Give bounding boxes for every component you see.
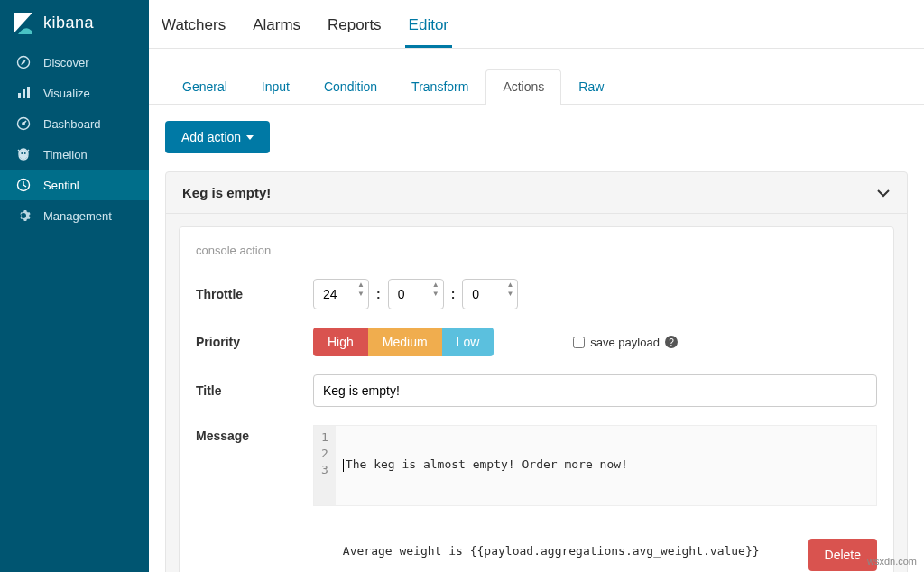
sidebar-nav: Discover Visualize Dashboard Timelion Se… bbox=[0, 47, 149, 231]
editor-code[interactable]: The keg is almost empty! Order more now!… bbox=[336, 426, 876, 505]
svg-point-5 bbox=[23, 123, 24, 125]
time-separator: : bbox=[451, 287, 456, 301]
sidebar-item-sentinl[interactable]: Sentinl bbox=[0, 170, 149, 200]
subtab-input[interactable]: Input bbox=[245, 69, 307, 105]
message-line: The keg is almost empty! Order more now! bbox=[343, 457, 869, 473]
svg-point-6 bbox=[19, 150, 28, 160]
stepper-icons[interactable]: ▲▼ bbox=[431, 281, 440, 298]
chart-icon bbox=[16, 86, 31, 100]
compass-icon bbox=[16, 55, 31, 69]
throttle-label: Throttle bbox=[196, 287, 313, 301]
subtab-condition[interactable]: Condition bbox=[307, 69, 394, 105]
sidebar-item-label: Dashboard bbox=[43, 117, 101, 131]
sidebar: kibana Discover Visualize Dashboard Time… bbox=[0, 0, 149, 572]
editor-subnav: General Input Condition Transform Action… bbox=[165, 69, 908, 104]
title-input[interactable] bbox=[313, 374, 877, 407]
add-action-button[interactable]: Add action bbox=[165, 121, 270, 153]
svg-rect-1 bbox=[18, 93, 21, 98]
action-panel-header[interactable]: Keg is empty! bbox=[166, 172, 907, 214]
editor-gutter: 123 bbox=[314, 426, 336, 505]
save-payload-label: save payload bbox=[590, 336, 660, 349]
priority-medium[interactable]: Medium bbox=[368, 328, 442, 356]
tab-editor[interactable]: Editor bbox=[405, 0, 452, 48]
sidebar-item-dashboard[interactable]: Dashboard bbox=[0, 108, 149, 139]
sidebar-item-label: Management bbox=[43, 209, 112, 223]
subtab-actions[interactable]: Actions bbox=[485, 69, 561, 105]
save-payload-option[interactable]: save payload ? bbox=[573, 336, 678, 349]
action-panel: Keg is empty! console action Throttle bbox=[165, 171, 908, 572]
message-line: Average weight is {{payload.aggregations… bbox=[343, 543, 869, 559]
add-action-label: Add action bbox=[181, 130, 241, 144]
gear-icon bbox=[16, 208, 31, 223]
priority-label: Priority bbox=[196, 335, 313, 349]
stepper-icons[interactable]: ▲▼ bbox=[505, 281, 514, 298]
sidebar-item-label: Discover bbox=[43, 56, 89, 69]
message-editor[interactable]: 123 The keg is almost empty! Order more … bbox=[313, 425, 877, 506]
help-icon[interactable]: ? bbox=[665, 336, 678, 348]
caret-down-icon bbox=[246, 135, 254, 140]
tab-watchers[interactable]: Watchers bbox=[158, 0, 229, 48]
brand: kibana bbox=[0, 0, 149, 47]
message-line bbox=[343, 500, 869, 516]
sidebar-item-visualize[interactable]: Visualize bbox=[0, 78, 149, 108]
top-nav: Watchers Alarms Reports Editor bbox=[149, 0, 924, 49]
time-separator: : bbox=[376, 287, 381, 301]
message-label: Message bbox=[196, 425, 313, 443]
sidebar-item-timelion[interactable]: Timelion bbox=[0, 139, 149, 170]
watermark: wsxdn.com bbox=[867, 556, 917, 567]
sidebar-item-management[interactable]: Management bbox=[0, 200, 149, 231]
svg-rect-3 bbox=[27, 87, 30, 98]
subtab-transform[interactable]: Transform bbox=[394, 69, 485, 105]
action-type-label: console action bbox=[196, 244, 877, 257]
priority-high[interactable]: High bbox=[313, 328, 368, 356]
stepper-icons[interactable]: ▲▼ bbox=[356, 281, 365, 298]
svg-point-8 bbox=[24, 152, 26, 154]
chevron-down-icon bbox=[876, 185, 891, 200]
svg-rect-2 bbox=[23, 89, 25, 98]
gauge-icon bbox=[16, 116, 31, 131]
clock-icon bbox=[16, 178, 31, 192]
save-payload-checkbox[interactable] bbox=[573, 337, 585, 348]
priority-segmented: High Medium Low bbox=[313, 328, 494, 356]
tab-reports[interactable]: Reports bbox=[324, 0, 385, 48]
subtab-raw[interactable]: Raw bbox=[561, 69, 621, 105]
brand-name: kibana bbox=[43, 14, 94, 32]
sidebar-item-label: Visualize bbox=[43, 87, 90, 100]
action-subpanel: console action Throttle ▲▼ : bbox=[179, 226, 894, 572]
main: Watchers Alarms Reports Editor General I… bbox=[149, 0, 924, 572]
priority-low[interactable]: Low bbox=[442, 328, 494, 356]
kibana-logo-icon bbox=[13, 11, 34, 34]
sidebar-item-discover[interactable]: Discover bbox=[0, 47, 149, 78]
sidebar-item-label: Timelion bbox=[43, 148, 88, 161]
timelion-icon bbox=[16, 147, 31, 161]
svg-point-7 bbox=[21, 152, 23, 154]
action-panel-title: Keg is empty! bbox=[182, 185, 271, 200]
title-label: Title bbox=[196, 383, 313, 398]
sidebar-item-label: Sentinl bbox=[43, 179, 79, 192]
tab-alarms[interactable]: Alarms bbox=[249, 0, 304, 48]
subtab-general[interactable]: General bbox=[165, 69, 245, 105]
